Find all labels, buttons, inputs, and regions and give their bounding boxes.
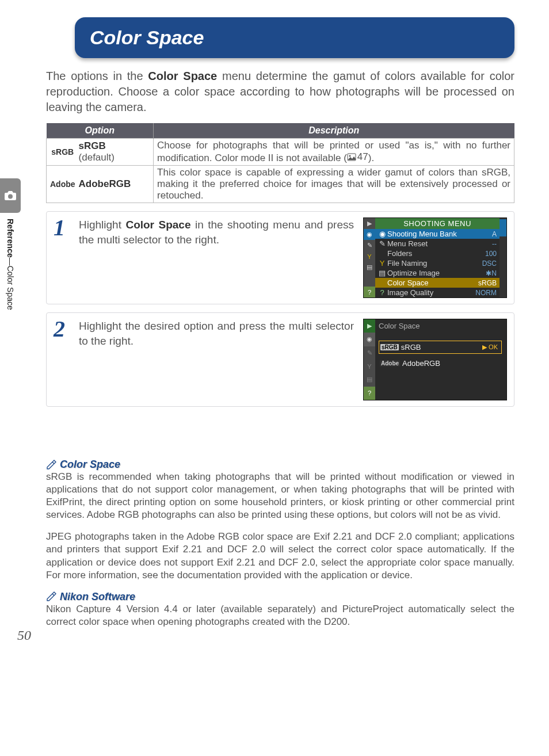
lcd-title: SHOOTING MENU	[375, 218, 500, 229]
lcd-row: ?Image QualityNORM	[375, 288, 500, 297]
lcd-side-play-icon: ▶	[364, 218, 375, 229]
note-paragraph: Nikon Capture 4 Version 4.4 or later (av…	[46, 603, 514, 628]
step-number: 1	[54, 217, 70, 238]
lcd-side-help-icon: ?	[364, 287, 375, 297]
option-tag: Adobe	[380, 360, 400, 366]
lcd2-option-selected: sRGB sRGB ▶ OK	[379, 341, 502, 354]
lcd-row: YFile NamingDSC	[375, 258, 500, 268]
step-2: 2 Highlight the desired option and press…	[46, 312, 514, 407]
wrench-icon: Y	[377, 259, 387, 268]
th-description: Description	[154, 123, 514, 139]
lcd-row: Folders100	[375, 249, 500, 258]
camera-icon: ◉	[377, 230, 387, 238]
lcd-scrollbar	[500, 218, 506, 297]
page-number: 50	[17, 628, 31, 643]
pencil-note-icon	[46, 591, 56, 602]
lcd-side-play-icon: ▶	[364, 319, 375, 333]
list-icon: ▤	[377, 269, 387, 277]
note-paragraph: sRGB is recommended when taking photogra…	[46, 471, 514, 521]
lcd-row-highlighted: Color SpacesRGB	[375, 278, 500, 288]
lcd2-title: Color Space	[379, 322, 506, 337]
pencil-icon: ✎	[377, 239, 387, 248]
lcd-row: ✎Menu Reset--	[375, 239, 500, 249]
side-section: Reference	[6, 219, 15, 258]
lcd-row: ◉Shooting Menu BankA	[375, 229, 500, 239]
note-heading-nikon-software: Nikon Software	[46, 591, 514, 603]
lcd-screenshot-shooting-menu: ▶ ◉ ✎ Y ▤ ? SHOOTING MENU ◉Shooting Menu…	[363, 217, 507, 298]
lcd2-option: Adobe AdobeRGB	[379, 357, 502, 369]
camera-tab-icon	[0, 178, 21, 213]
note-paragraph: JPEG photographs taken in the Adobe RGB …	[46, 530, 514, 581]
step-number: 2	[54, 319, 70, 339]
option-name: sRGB (default)	[79, 139, 154, 166]
step-text: Highlight the desired option and press t…	[79, 319, 354, 348]
option-tag: sRGB	[380, 344, 399, 350]
note-heading-color-space: Color Space	[46, 459, 514, 471]
lcd-side-camera-icon: ◉	[364, 333, 375, 346]
lcd-side-wrench-icon: Y	[364, 251, 375, 262]
side-topic: Color Space	[6, 266, 15, 310]
lcd-side-camera-icon: ◉	[364, 229, 375, 240]
side-breadcrumb: Reference—Color Space	[0, 219, 15, 310]
lcd-side-help-icon: ?	[364, 387, 375, 400]
option-description: This color space is capable of expressin…	[154, 166, 514, 203]
step-text: Highlight Color Space in the shooting me…	[79, 217, 354, 247]
intro-paragraph: The options in the Color Space menu dete…	[46, 68, 514, 115]
lcd-side-wrench-icon: Y	[364, 360, 375, 373]
option-label: sRGB	[47, 139, 79, 166]
option-description: Choose for photographs that will be prin…	[154, 139, 514, 166]
pencil-note-icon	[46, 460, 56, 470]
option-name: AdobeRGB	[79, 166, 154, 203]
svg-point-1	[349, 155, 350, 157]
step-1: 1 Highlight Color Space in the shooting …	[46, 211, 514, 304]
table-row: sRGB sRGB (default) Choose for photograp…	[47, 139, 514, 166]
table-row: Adobe AdobeRGB This color space is capab…	[47, 166, 514, 203]
ok-indicator: ▶ OK	[482, 343, 498, 351]
page-title: Color Space	[75, 17, 514, 58]
side-tab: Reference—Color Space	[0, 178, 21, 310]
options-table: Option Description sRGB sRGB (default) C…	[46, 123, 514, 203]
lcd-side-recent-icon: ▤	[364, 373, 375, 386]
help-icon: ?	[377, 288, 387, 297]
lcd-side-pencil-icon: ✎	[364, 346, 375, 360]
lcd-row: ▤Optimize Image✱N	[375, 268, 500, 278]
lcd-side-recent-icon: ▤	[364, 262, 375, 273]
lcd-side-pencil-icon: ✎	[364, 240, 375, 251]
th-option: Option	[47, 123, 154, 139]
lcd-screenshot-color-space: ▶ ◉ ✎ Y ▤ ? Color Space sRGB sRGB	[363, 319, 507, 400]
page-ref-icon: 47	[347, 151, 368, 163]
option-label: Adobe	[47, 166, 79, 203]
